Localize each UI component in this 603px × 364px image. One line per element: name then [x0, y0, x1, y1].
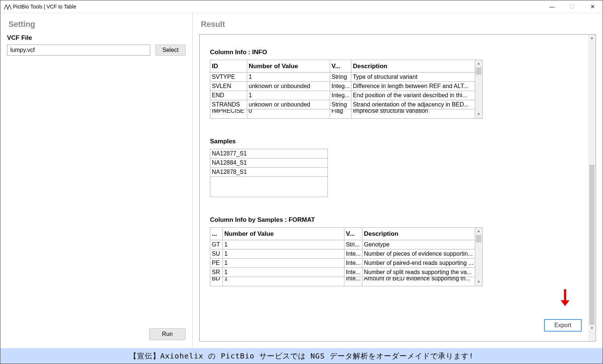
- table-row[interactable]: SVTYPE1StringType of structural variant: [210, 73, 475, 82]
- app-icon: ⋀⋀: [4, 4, 11, 10]
- col-number[interactable]: Number of Value: [222, 228, 344, 240]
- run-button[interactable]: Run: [149, 328, 186, 340]
- scroll-up-icon[interactable]: ▲: [475, 60, 482, 67]
- window-title: PictBio Tools | VCF to Table: [13, 4, 76, 10]
- col-id[interactable]: ...: [210, 228, 223, 240]
- table-row[interactable]: GT1Stri...Genotype: [210, 240, 475, 249]
- close-button[interactable]: ✕: [582, 0, 603, 13]
- samples-list: NA12877_S1 NA12884_S1 NA12878_S1: [210, 149, 328, 197]
- result-box: Column Info : INFO ID Number of Value V.…: [199, 34, 596, 342]
- table-row[interactable]: SU1Inte...Number of pieces of evidence s…: [210, 249, 475, 259]
- format-info-title: Column Info by Samples : FORMAT: [210, 216, 585, 224]
- list-item[interactable]: NA12884_S1: [210, 158, 327, 168]
- scroll-thumb[interactable]: [476, 67, 481, 75]
- select-button[interactable]: Select: [155, 45, 186, 56]
- col-id[interactable]: ID: [210, 60, 247, 73]
- table-row[interactable]: SR1Inte...Number of split reads supporti…: [210, 268, 475, 277]
- grid-header-row: ... Number of Value V... Description: [210, 228, 475, 240]
- setting-panel: Setting VCF File Select Run: [0, 13, 193, 348]
- result-panel: Result Column Info : INFO ID Number of V…: [193, 13, 603, 348]
- table-row[interactable]: PE1Inte...Number of paired-end reads sup…: [210, 259, 475, 268]
- samples-title: Samples: [210, 138, 585, 145]
- minimize-button[interactable]: —: [542, 0, 562, 13]
- list-empty-area: [210, 177, 327, 197]
- scroll-down-icon[interactable]: ▼: [475, 111, 482, 118]
- result-heading: Result: [193, 13, 603, 34]
- footer-text: 【宣伝】Axiohelix の PictBio サービスでは NGS データ解析…: [129, 351, 474, 361]
- maximize-button[interactable]: ☐: [562, 0, 582, 13]
- result-scrollbar[interactable]: ▲ ▼: [588, 35, 596, 341]
- scroll-up-icon[interactable]: ▲: [475, 228, 482, 235]
- col-vtype[interactable]: V...: [330, 60, 351, 73]
- col-desc[interactable]: Description: [351, 60, 475, 73]
- vcf-file-input[interactable]: [7, 45, 150, 56]
- window-controls: — ☐ ✕: [542, 0, 603, 13]
- export-button[interactable]: Export: [544, 319, 582, 332]
- grid-header-row: ID Number of Value V... Description: [210, 60, 475, 73]
- col-vtype[interactable]: V...: [344, 228, 362, 240]
- main-area: Setting VCF File Select Run Result Colum…: [0, 13, 603, 348]
- list-item[interactable]: NA12877_S1: [210, 149, 327, 158]
- list-item[interactable]: NA12878_S1: [210, 168, 327, 177]
- grid-scrollbar[interactable]: ▲ ▼: [475, 227, 483, 286]
- format-info-grid: ... Number of Value V... Description GT1…: [210, 227, 483, 286]
- table-row[interactable]: END1Integ...End position of the variant …: [210, 91, 475, 100]
- vcf-file-label: VCF File: [7, 34, 186, 42]
- column-info-grid: ID Number of Value V... Description SVTY…: [210, 60, 483, 119]
- footer-banner: 【宣伝】Axiohelix の PictBio サービスでは NGS データ解析…: [0, 348, 603, 364]
- scroll-down-icon[interactable]: ▼: [475, 279, 482, 286]
- table-row[interactable]: SVLENunknown or unboundedInteg...Differe…: [210, 82, 475, 91]
- table-row[interactable]: STRANDSunknown or unboundedStringStrand …: [210, 100, 475, 109]
- table-row[interactable]: IMPRECISE0FlagImprecise structural varia…: [210, 109, 475, 119]
- table-row[interactable]: BD1Inte...Amount of BED evidence support…: [210, 277, 475, 286]
- col-number[interactable]: Number of Value: [247, 60, 330, 73]
- titlebar: ⋀⋀ PictBio Tools | VCF to Table — ☐ ✕: [0, 0, 603, 13]
- col-desc[interactable]: Description: [362, 228, 475, 240]
- app-window: ⋀⋀ PictBio Tools | VCF to Table — ☐ ✕ Se…: [0, 0, 603, 364]
- grid-scrollbar[interactable]: ▲ ▼: [475, 60, 483, 119]
- setting-heading: Setting: [0, 13, 192, 34]
- file-row: Select: [7, 45, 186, 56]
- scroll-down-icon[interactable]: ▼: [588, 325, 596, 332]
- arrow-down-icon: [560, 288, 571, 311]
- column-info-title: Column Info : INFO: [210, 49, 585, 56]
- scroll-thumb[interactable]: [589, 165, 595, 325]
- scroll-thumb[interactable]: [476, 235, 481, 242]
- scroll-up-icon[interactable]: ▲: [588, 35, 596, 42]
